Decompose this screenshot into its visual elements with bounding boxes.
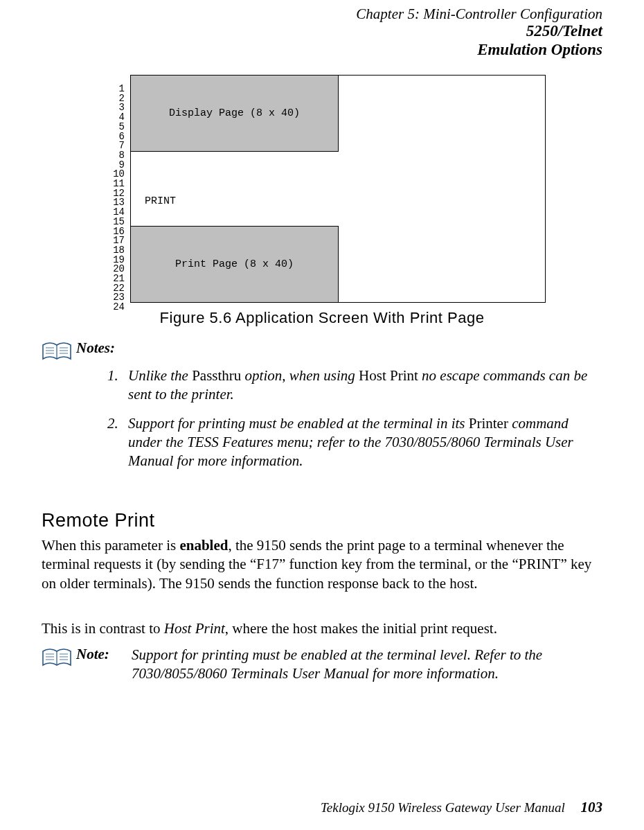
note-1-text-a: Unlike the [128,367,192,384]
note-item-2: 2. Support for printing must be enabled … [107,414,602,471]
note-1-number: 1. [107,367,118,385]
note-label: Note: [76,646,109,663]
note-item-1: 1. Unlike the Passthru option, when usin… [107,367,602,405]
note-2-printer: Printer [469,415,508,432]
p2-a: This is in contrast to [42,620,164,637]
p1-a: When this parameter is [42,537,179,554]
notes-label: Notes: [76,339,602,357]
print-keyword: PRINT [145,195,176,207]
note-block: Note: Support for printing must be enabl… [42,646,602,684]
book-icon [42,647,72,669]
row-numbers: 1 2 3 4 5 6 7 8 9 10 11 12 13 14 15 16 1… [97,85,125,312]
paragraph-1: When this parameter is enabled, the 9150… [42,536,602,593]
notes-block: Notes: 1. Unlike the Passthru option, wh… [42,339,602,480]
header-chapter: Chapter 5: Mini-Controller Configuration [356,6,602,22]
note-2-text-a: Support for printing must be enabled at … [128,415,469,432]
notes-list: 1. Unlike the Passthru option, when usin… [107,367,602,470]
screen-outline: Display Page (8 x 40) PRINT Print Page (… [130,75,546,303]
p2-hostprint: Host Print [164,620,225,637]
print-page-label: Print Page (8 x 40) [175,258,294,270]
note-text: Support for printing must be enabled at … [132,646,602,684]
display-page-label: Display Page (8 x 40) [169,107,300,119]
header-topic-1: 5250/Telnet [356,22,602,40]
p2-c: , where the host makes the initial print… [225,620,497,637]
footer-page-number: 103 [581,799,603,815]
figure-diagram: 1 2 3 4 5 6 7 8 9 10 11 12 13 14 15 16 1… [97,75,547,303]
book-icon [42,341,72,363]
footer-title: Teklogix 9150 Wireless Gateway User Manu… [321,800,565,815]
p1-enabled: enabled [179,537,228,554]
note-1-hostprint: Host Print [359,367,418,384]
print-page-box: Print Page (8 x 40) [131,226,339,302]
note-1-text-c: option, when using [241,367,359,384]
page-header: Chapter 5: Mini-Controller Configuration… [356,6,602,59]
page-footer: Teklogix 9150 Wireless Gateway User Manu… [321,799,602,816]
section-heading-remote-print: Remote Print [42,510,155,531]
note-1-passthru: Passthru [192,367,241,384]
display-page-box: Display Page (8 x 40) [131,76,339,152]
paragraph-2: This is in contrast to Host Print, where… [42,619,602,638]
figure-caption: Figure 5.6 Application Screen With Print… [0,309,644,327]
page: Chapter 5: Mini-Controller Configuration… [0,0,644,830]
header-topic-2: Emulation Options [356,41,602,59]
note-2-number: 2. [107,414,118,433]
